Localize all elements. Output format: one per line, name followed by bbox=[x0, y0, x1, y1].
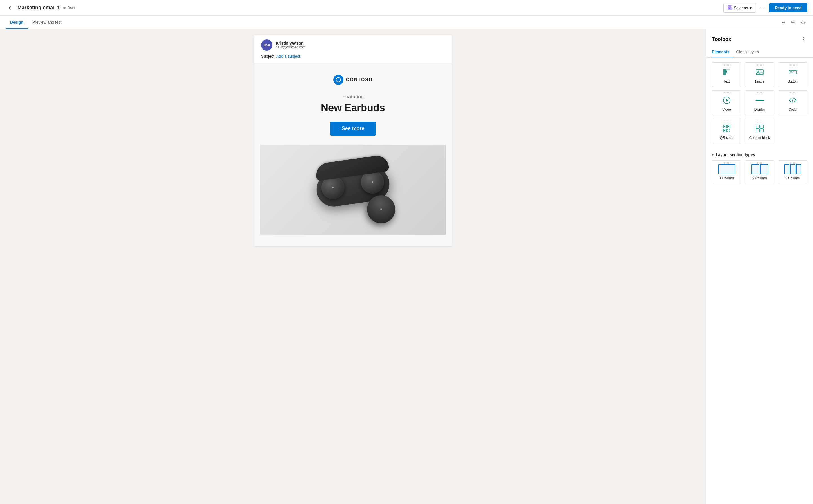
drag-handle bbox=[723, 162, 731, 164]
element-text[interactable]: A Text bbox=[712, 62, 741, 87]
svg-rect-10 bbox=[790, 71, 792, 72]
subject-line: Subject: Add a subject bbox=[261, 54, 445, 59]
redo-icon: ↪ bbox=[791, 20, 795, 25]
tab-design[interactable]: Design bbox=[6, 16, 28, 29]
button-label: Button bbox=[788, 79, 798, 83]
sender-name: Kristin Watson bbox=[276, 41, 306, 45]
svg-rect-12 bbox=[790, 72, 793, 73]
svg-text:A: A bbox=[725, 70, 728, 74]
add-subject-link[interactable]: Add a subject bbox=[276, 54, 300, 59]
svg-line-16 bbox=[792, 98, 793, 103]
layout-2-column[interactable]: 2 Column bbox=[745, 160, 774, 183]
layout-section: ▾ Layout section types 1 Column bbox=[706, 148, 813, 188]
tabbar: Design Preview and test ↩ ↪ </> bbox=[0, 16, 813, 29]
drag-handle bbox=[723, 92, 731, 94]
svg-rect-7 bbox=[756, 70, 763, 75]
code-view-button[interactable]: </> bbox=[799, 18, 807, 27]
brand-icon bbox=[333, 75, 343, 85]
save-as-button[interactable]: Save as ▾ bbox=[723, 3, 756, 13]
sender-email: hello@contoso.com bbox=[276, 45, 306, 49]
main-layout: KW Kristin Watson hello@contoso.com Subj… bbox=[0, 29, 813, 504]
text-label: Text bbox=[723, 79, 730, 83]
column bbox=[790, 164, 795, 174]
subject-prefix: Subject: bbox=[261, 54, 276, 59]
save-icon bbox=[728, 5, 732, 11]
column bbox=[796, 164, 801, 174]
product-title: New Earbuds bbox=[260, 102, 446, 114]
element-code[interactable]: Code bbox=[778, 90, 807, 115]
toolbox-tab-elements[interactable]: Elements bbox=[712, 47, 734, 57]
topbar-right: Save as ▾ ··· Ready to send bbox=[723, 3, 807, 13]
layout-3-column-label: 3 Column bbox=[785, 176, 800, 180]
elements-grid: A Text bbox=[706, 58, 813, 148]
svg-rect-11 bbox=[793, 71, 794, 72]
sender-info: KW Kristin Watson hello@contoso.com bbox=[261, 39, 445, 51]
ready-to-send-button[interactable]: Ready to send bbox=[769, 3, 807, 12]
code-icon bbox=[788, 95, 798, 105]
element-button[interactable]: Button bbox=[778, 62, 807, 87]
email-body: CONTOSO Featuring New Earbuds See more bbox=[254, 63, 452, 246]
column bbox=[784, 164, 789, 174]
back-icon bbox=[7, 5, 12, 10]
undo-button[interactable]: ↩ bbox=[780, 18, 787, 27]
drag-handle bbox=[756, 162, 764, 164]
svg-rect-20 bbox=[728, 126, 729, 127]
draft-label: Draft bbox=[67, 6, 75, 10]
toolbox-panel: Toolbox ⋮ Elements Global styles bbox=[706, 29, 813, 504]
redo-button[interactable]: ↪ bbox=[789, 18, 796, 27]
element-video[interactable]: Video bbox=[712, 90, 741, 115]
toolbox-tab-global-styles[interactable]: Global styles bbox=[736, 47, 763, 57]
layout-3-column-preview bbox=[784, 164, 801, 174]
code-label: Code bbox=[788, 108, 797, 112]
svg-marker-14 bbox=[726, 99, 728, 102]
divider-label: Divider bbox=[754, 108, 765, 112]
code-view-icon: </> bbox=[800, 21, 806, 25]
toolbox-tabs: Elements Global styles bbox=[706, 47, 813, 58]
layout-section-header[interactable]: ▾ Layout section types bbox=[712, 149, 807, 160]
svg-rect-3 bbox=[729, 8, 730, 9]
tabs: Design Preview and test bbox=[6, 16, 66, 29]
layout-3-column[interactable]: 3 Column bbox=[778, 160, 807, 183]
page-title: Marketing email 1 bbox=[17, 5, 60, 11]
layout-1-column[interactable]: 1 Column bbox=[712, 160, 741, 183]
svg-rect-22 bbox=[724, 130, 725, 131]
element-divider[interactable]: Divider bbox=[745, 90, 774, 115]
qr-code-label: QR code bbox=[720, 136, 733, 140]
svg-rect-25 bbox=[727, 131, 728, 132]
earbud-single-dot bbox=[380, 208, 382, 210]
brand-name: CONTOSO bbox=[346, 77, 373, 82]
drag-handle bbox=[756, 92, 764, 94]
svg-rect-30 bbox=[760, 129, 763, 132]
drag-handle bbox=[723, 121, 731, 122]
tab-preview[interactable]: Preview and test bbox=[28, 16, 66, 29]
svg-rect-24 bbox=[729, 129, 730, 130]
email-header: KW Kristin Watson hello@contoso.com Subj… bbox=[254, 35, 452, 63]
see-more-button[interactable]: See more bbox=[330, 122, 376, 136]
earbud-right-dot bbox=[372, 181, 374, 183]
toolbox-more-button[interactable]: ⋮ bbox=[800, 35, 807, 43]
column bbox=[718, 164, 735, 174]
toolbox-header: Toolbox ⋮ bbox=[706, 29, 813, 43]
back-button[interactable] bbox=[6, 4, 14, 12]
drag-handle bbox=[756, 121, 764, 122]
drag-handle bbox=[789, 64, 797, 66]
svg-rect-23 bbox=[727, 129, 728, 130]
save-chevron-icon: ▾ bbox=[750, 6, 752, 10]
content-block-icon bbox=[755, 123, 765, 134]
qr-code-icon bbox=[722, 123, 732, 134]
brand-icon-ring bbox=[336, 77, 341, 82]
draft-dot bbox=[63, 7, 66, 9]
avatar-initials: KW bbox=[263, 43, 270, 47]
drag-handle bbox=[756, 64, 764, 66]
element-image[interactable]: Image bbox=[745, 62, 774, 87]
column bbox=[760, 164, 768, 174]
drag-handle bbox=[789, 162, 797, 164]
element-content-block[interactable]: Content block bbox=[745, 119, 774, 143]
layout-2-column-preview bbox=[751, 164, 768, 174]
svg-rect-28 bbox=[760, 125, 763, 128]
element-qr-code[interactable]: QR code bbox=[712, 119, 741, 143]
text-icon: A bbox=[722, 67, 732, 77]
layout-1-column-label: 1 Column bbox=[719, 176, 734, 180]
more-options-button[interactable]: ··· bbox=[758, 3, 767, 12]
drag-handle bbox=[789, 92, 797, 94]
